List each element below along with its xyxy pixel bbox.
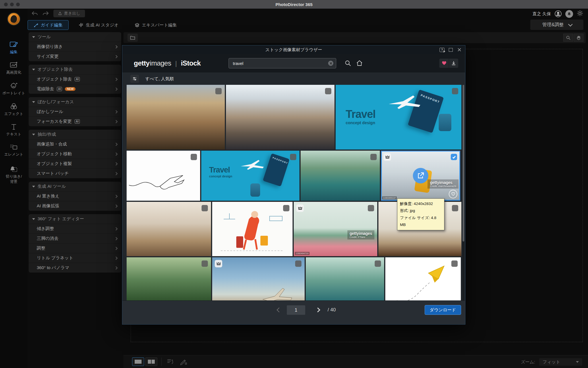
search-input[interactable]	[229, 61, 328, 66]
select-checkbox-checked[interactable]	[451, 154, 457, 160]
section-header[interactable]: オブジェクト除去	[29, 65, 121, 74]
tool-item-duplicate-object[interactable]: オブジェクト複製	[29, 159, 121, 168]
tool-item-wire-removal[interactable]: 電線除去AINEW	[29, 84, 121, 94]
tool-item-crop[interactable]: 画像切り抜き	[29, 42, 121, 51]
tool-item-little-planet[interactable]: リトル プラネット	[29, 253, 121, 263]
open-file-button[interactable]	[127, 34, 138, 42]
edit-pencil-icon[interactable]	[180, 358, 187, 367]
apply-list-icon[interactable]	[167, 358, 174, 367]
scrollbar-thumb[interactable]	[463, 85, 464, 241]
tool-item-blur-tool[interactable]: ぼかしツール	[29, 107, 121, 116]
open-export-icon[interactable]	[413, 168, 428, 183]
select-checkbox[interactable]	[452, 88, 458, 94]
page-number-box[interactable]: 1	[287, 305, 305, 315]
tool-item-ai-replace[interactable]: AI 置き換え	[29, 191, 121, 201]
tool-item-change-focus[interactable]: フォーカスを変更AI	[29, 116, 121, 126]
single-view-button[interactable]	[132, 357, 144, 366]
clear-search-icon[interactable]	[328, 61, 333, 66]
tool-item-object-removal[interactable]: オブジェクト除去AI	[29, 74, 121, 84]
tool-item-ai-expand[interactable]: AI 画像拡張	[29, 201, 121, 211]
prev-page-icon[interactable]	[277, 308, 282, 313]
select-checkbox[interactable]	[283, 205, 289, 211]
tool-item-resize[interactable]: サイズ変更	[29, 51, 121, 61]
rail-item-text[interactable]: テキスト	[0, 123, 28, 137]
compare-view-button[interactable]	[145, 357, 157, 366]
grid-scrollbar[interactable]	[462, 85, 465, 301]
tool-item-360-to-panorama[interactable]: 360° to パノラマ	[29, 263, 121, 273]
stock-image-elderly-couple-city[interactable]	[127, 85, 225, 150]
traffic-lights[interactable]	[4, 0, 20, 9]
stock-image-traveler-illustration[interactable]	[212, 202, 293, 256]
rail-item-portrait[interactable]: ポートレイト	[0, 82, 28, 96]
filter-button[interactable]	[130, 75, 139, 83]
zoom-window-icon[interactable]	[16, 3, 20, 6]
select-checkbox[interactable]	[452, 205, 458, 211]
section-header[interactable]: ツール	[29, 32, 121, 42]
stock-image-travel-concept-large[interactable]: Travel concept design PASSPORT	[336, 85, 461, 150]
section-header[interactable]: 360° フォト エディター	[29, 214, 121, 224]
stock-image-thailand-cliffs-boat[interactable]	[301, 151, 380, 201]
settings-icon[interactable]	[577, 10, 583, 18]
downloads-button[interactable]	[449, 59, 458, 68]
account-icon[interactable]	[554, 10, 562, 18]
tool-item-tilt-adjust[interactable]: 傾き調整	[29, 224, 121, 233]
tool-item-add-composite[interactable]: 画像追加・合成	[29, 139, 121, 149]
home-icon[interactable]	[356, 60, 363, 68]
zoom-select[interactable]: フィット	[539, 358, 582, 366]
tool-item-tripod-removal[interactable]: 三脚の消去	[29, 233, 121, 243]
sort-filter-label[interactable]: すべて, 人気順	[145, 76, 174, 82]
download-button[interactable]: ダウンロード	[425, 305, 461, 315]
help-icon[interactable]: ?	[440, 48, 444, 52]
stock-image-paper-plane-drawing[interactable]	[385, 257, 461, 301]
close-window-icon[interactable]	[4, 3, 8, 6]
select-checkbox[interactable]	[368, 205, 374, 211]
select-checkbox[interactable]	[370, 154, 377, 160]
select-checkbox[interactable]	[191, 154, 197, 160]
stock-image-airplane-takeoff-sky[interactable]: gettyimages Credit: murat4art	[212, 257, 305, 301]
tool-item-smart-patch[interactable]: スマート パッチ	[29, 168, 121, 178]
minimize-window-icon[interactable]	[10, 3, 14, 6]
pan-tool-button[interactable]	[574, 34, 583, 42]
stock-image-travel-concept-small[interactable]: Travel concept design PASSPORT	[201, 151, 299, 201]
favorite-heart-icon[interactable]	[449, 190, 457, 198]
tab-guided-edit[interactable]: ガイド編集	[28, 20, 69, 30]
select-checkbox[interactable]	[451, 260, 458, 267]
next-page-icon[interactable]	[316, 308, 320, 313]
stock-image-line-art-plane[interactable]	[127, 151, 200, 201]
select-checkbox[interactable]	[202, 205, 208, 211]
tool-item-move-object[interactable]: オブジェクト移動	[29, 149, 121, 159]
zoom-tool-button[interactable]	[563, 34, 573, 42]
close-icon[interactable]	[457, 47, 462, 52]
stock-image-family-hiking-forest[interactable]	[127, 257, 211, 301]
select-checkbox[interactable]	[290, 154, 296, 160]
tab-ai-studio[interactable]: 生成 AI スタジオ	[73, 20, 125, 30]
favorites-button[interactable]	[439, 59, 449, 68]
rail-item-cutout-background[interactable]: 切り抜き/ 背景	[0, 165, 28, 184]
rail-item-effects[interactable]: エフェクト	[0, 103, 28, 116]
section-header[interactable]: 生成 AI ツール	[29, 182, 121, 191]
select-checkbox[interactable]	[295, 260, 301, 267]
rail-item-elements[interactable]: エレメント	[0, 143, 28, 157]
undo-icon[interactable]	[31, 10, 38, 17]
stock-image-pink-suitcase-hat[interactable]: gettyimages Credit: FTiare 1392494719	[294, 202, 377, 256]
select-checkbox[interactable]	[215, 88, 222, 94]
redo-icon[interactable]	[42, 10, 49, 17]
tab-expert-edit[interactable]: エキスパート編集	[129, 20, 183, 30]
section-header[interactable]: ぼかし/フォーカス	[29, 97, 121, 107]
stock-image-couple-car-dog[interactable]	[226, 85, 334, 150]
notifications-icon[interactable]	[565, 10, 573, 18]
stock-image-airport-yellow-suitcase-selected[interactable]: gettyimages Credit: marchmeena29 1440399…	[381, 151, 460, 201]
rail-item-edit[interactable]: 編集	[0, 41, 28, 55]
stock-image-cliffs-selfie[interactable]	[306, 257, 384, 301]
stock-image-family-packing-suitcase[interactable]	[127, 202, 211, 256]
rail-item-enhance[interactable]: 高画質化	[0, 61, 28, 75]
select-checkbox[interactable]	[202, 260, 208, 267]
maximize-icon[interactable]	[449, 48, 453, 52]
select-checkbox[interactable]	[375, 260, 381, 267]
section-header[interactable]: 抽出/作成	[29, 130, 121, 139]
select-checkbox[interactable]	[325, 88, 331, 94]
export-button[interactable]: 書き出し	[53, 10, 85, 17]
search-icon[interactable]	[345, 60, 351, 68]
manage-adjust-dropdown[interactable]: 管理&調整	[530, 20, 583, 30]
tool-item-adjust[interactable]: 調整	[29, 243, 121, 253]
